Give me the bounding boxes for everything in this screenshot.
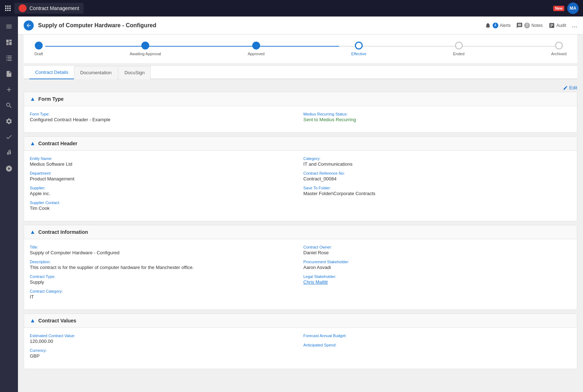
logo-icon [19, 4, 27, 12]
field-contract-owner: Contract Owner: Daniel Rose [304, 245, 572, 255]
edit-button[interactable]: Edit [563, 85, 577, 90]
field-currency: Currency: GBP [30, 348, 298, 359]
step-label-draft: Draft [34, 52, 43, 56]
supplier-contact-label: Supplier Contact: [30, 200, 298, 205]
more-options-button[interactable]: ... [572, 22, 577, 29]
step-approved: Approved [248, 42, 264, 56]
back-button[interactable] [24, 20, 34, 30]
legal-stakeholder-value[interactable]: Chris Mallitt [304, 279, 572, 285]
section-contract-information-body: Title: Supply of Computer Hardware - Con… [24, 239, 577, 310]
field-anticipated-spend: Anticipated Spend: [304, 343, 572, 348]
page-content: Draft Awaiting Approval Approved Effecti… [18, 34, 583, 392]
field-description: Description: This contract is for the su… [30, 260, 298, 270]
section-title-contract-header: Contract Header [38, 141, 77, 146]
forecast-budget-label: Forecast Annual Budget: [304, 334, 572, 338]
notes-icon-group[interactable]: 0 Notes [516, 22, 542, 29]
field-category: Category: IT and Communications [304, 156, 572, 167]
field-form-type: Form Type: Configured Contract Header - … [30, 112, 298, 122]
alerts-icon-group[interactable]: 4 Alerts [485, 22, 511, 29]
sidebar-item-menu[interactable] [2, 19, 16, 34]
grid-icon[interactable] [4, 5, 11, 12]
form-type-fields: Form Type: Configured Contract Header - … [30, 112, 571, 127]
contract-category-label: Contract Category: [30, 289, 298, 293]
department-value: Product Management [30, 176, 298, 181]
description-value: This contract is for the supplier of com… [30, 265, 298, 270]
section-title-contract-information: Contract Information [38, 229, 88, 235]
sidebar [0, 16, 18, 392]
department-label: Department: [30, 171, 298, 175]
tab-docusign[interactable]: DocuSign [118, 66, 151, 79]
audit-icon-group[interactable]: Audit [549, 22, 566, 29]
field-contract-ref: Contract Reference No: Contract_00084 [304, 171, 572, 181]
medius-recurring-value: Sent to Medius Recurring [304, 117, 572, 122]
procurement-stakeholder-value: Aaron Asvadi [304, 265, 572, 270]
contract-information-left: Title: Supply of Computer Hardware - Con… [30, 245, 298, 304]
tabs-bar: Contract Details Documentation DocuSign [24, 66, 577, 79]
audit-label: Audit [556, 23, 566, 28]
step-label-awaiting: Awaiting Approval [130, 52, 161, 56]
sidebar-item-settings[interactable] [2, 114, 16, 128]
contract-header-fields: Entity Name: Medius Software Ltd Departm… [30, 156, 571, 215]
field-forecast-budget: Forecast Annual Budget: [304, 334, 572, 339]
step-effective: Effective [351, 42, 366, 56]
sidebar-item-dashboard[interactable] [2, 35, 16, 49]
tab-contract-details[interactable]: Contract Details [29, 66, 74, 79]
form-type-value: Configured Contract Header - Example [30, 117, 298, 122]
app-logo: Contract Management [14, 3, 84, 14]
contract-information-right: Contract Owner: Daniel Rose Procurement … [304, 245, 572, 304]
sidebar-item-search[interactable] [2, 98, 16, 113]
field-department: Department: Product Management [30, 171, 298, 181]
supplier-contact-value: Tim Cook [30, 206, 298, 211]
form-type-right: Medius Recurring Status: Sent to Medius … [304, 112, 572, 127]
section-contract-header-header[interactable]: ▲ Contract Header [24, 137, 577, 151]
sidebar-item-gear[interactable] [2, 161, 16, 176]
sidebar-item-check[interactable] [2, 130, 16, 144]
supplier-value: Apple inc. [30, 191, 298, 196]
sidebar-item-book[interactable] [2, 146, 16, 160]
sidebar-item-add[interactable] [2, 82, 16, 97]
sidebar-item-document[interactable] [2, 67, 16, 81]
field-procurement-stakeholder: Procurement Stakeholder: Aaron Asvadi [304, 260, 572, 270]
form-type-label: Form Type: [30, 112, 298, 116]
more-dots-label: ... [572, 22, 577, 29]
chevron-icon-contract-values: ▲ [30, 317, 36, 324]
content-area: Supply of Computer Hardware - Configured… [18, 16, 583, 392]
section-form-type-header[interactable]: ▲ Form Type [24, 92, 577, 106]
sidebar-item-list[interactable] [2, 51, 16, 65]
contract-owner-value: Daniel Rose [304, 250, 572, 255]
notes-label: Notes [531, 23, 542, 28]
entity-name-label: Entity Name: [30, 156, 298, 161]
contract-information-fields: Title: Supply of Computer Hardware - Con… [30, 245, 571, 304]
main-layout: Supply of Computer Hardware - Configured… [0, 16, 583, 392]
contract-values-left: Estimated Contract Value: 120,000.00 Cur… [30, 334, 298, 363]
section-form-type-body: Form Type: Configured Contract Header - … [24, 106, 577, 132]
tab-documentation[interactable]: Documentation [74, 66, 117, 79]
save-folder-value: Master Folder\Corporate Contracts [304, 191, 572, 196]
edit-row: Edit [24, 82, 577, 92]
contract-ref-value: Contract_00084 [304, 176, 572, 181]
chevron-icon-contract-information: ▲ [30, 229, 36, 235]
user-avatar[interactable]: MA [567, 3, 579, 14]
section-contract-information-header[interactable]: ▲ Contract Information [24, 225, 577, 239]
estimated-value-value: 120,000.00 [30, 339, 298, 344]
step-label-approved: Approved [248, 52, 264, 56]
category-value: IT and Communications [304, 161, 572, 167]
step-circle-effective [355, 42, 363, 49]
section-contract-values-header[interactable]: ▲ Contract Values [24, 314, 577, 328]
contract-owner-label: Contract Owner: [304, 245, 572, 249]
contract-header-right: Category: IT and Communications Contract… [304, 156, 572, 215]
top-bar: Contract Management New MA [0, 0, 583, 16]
category-label: Category: [304, 156, 572, 161]
top-bar-right: New MA [553, 3, 579, 14]
field-estimated-value: Estimated Contract Value: 120,000.00 [30, 334, 298, 344]
currency-value: GBP [30, 353, 298, 359]
contract-header-left: Entity Name: Medius Software Ltd Departm… [30, 156, 298, 215]
progress-line-filled [45, 46, 339, 47]
step-draft: Draft [34, 42, 43, 56]
description-label: Description: [30, 260, 298, 264]
section-contract-header: ▲ Contract Header Entity Name: Medius So… [24, 136, 577, 221]
field-entity-name: Entity Name: Medius Software Ltd [30, 156, 298, 167]
field-medius-recurring: Medius Recurring Status: Sent to Medius … [304, 112, 572, 122]
step-archived: Archived [551, 42, 566, 56]
chevron-icon-contract-header: ▲ [30, 140, 36, 147]
